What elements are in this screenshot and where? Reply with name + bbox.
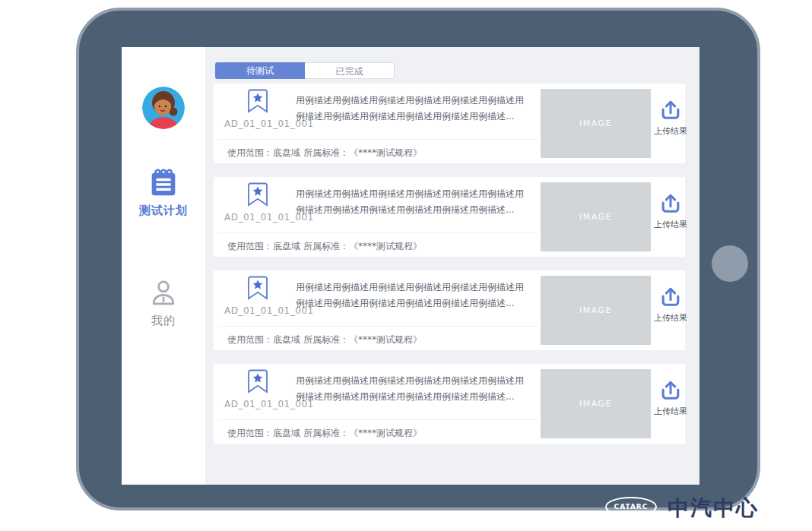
standard-text: 所属标准：《****测试规程》 [303,427,422,440]
bookmark-star-icon [247,182,268,207]
upload-icon [659,192,682,215]
test-case-card: AD_01_01_01_001 用例描述用例描述用例描述用例描述用例描述用例描述… [214,84,685,163]
app-screen: 测试计划 我的 待测试 已完成 [122,47,699,485]
upload-label: 上传结果 [654,219,687,230]
upload-label: 上传结果 [654,406,687,417]
sidebar-item-test-plan[interactable]: 测试计划 [139,166,188,218]
upload-result-button[interactable]: 上传结果 [653,286,688,324]
scope-text: 使用范围：底盘域 [227,427,300,440]
sidebar-item-label: 我的 [151,314,176,328]
case-description: 用例描述用例描述用例描述用例描述用例描述用例描述用例描述用例描述用例描述用例描述… [296,373,528,405]
test-case-card: AD_01_01_01_001 用例描述用例描述用例描述用例描述用例描述用例描述… [214,364,685,444]
test-case-list: AD_01_01_01_001 用例描述用例描述用例描述用例描述用例描述用例描述… [214,84,685,457]
scope-text: 使用范围：底盘域 [227,333,300,346]
upload-result-button[interactable]: 上传结果 [653,99,688,137]
upload-icon [659,379,682,402]
bookmark-star-icon [247,276,268,300]
test-case-card: AD_01_01_01_001 用例描述用例描述用例描述用例描述用例描述用例描述… [214,177,685,257]
case-description: 用例描述用例描述用例描述用例描述用例描述用例描述用例描述用例描述用例描述用例描述… [296,93,528,125]
image-placeholder-label: IMAGE [579,119,612,128]
upload-icon [659,99,682,122]
case-description: 用例描述用例描述用例描述用例描述用例描述用例描述用例描述用例描述用例描述用例描述… [296,186,528,218]
card-divider [218,419,538,420]
standard-text: 所属标准：《****测试规程》 [303,240,422,253]
standard-text: 所属标准：《****测试规程》 [303,147,422,160]
standard-text: 所属标准：《****测试规程》 [303,333,422,346]
upload-result-button[interactable]: 上传结果 [653,379,688,417]
scope-text: 使用范围：底盘域 [227,240,300,253]
image-placeholder-label: IMAGE [579,399,612,409]
bookmark-star-icon [247,89,268,113]
person-icon [147,277,180,311]
scope-text: 使用范围：底盘域 [227,147,300,160]
image-placeholder-label: IMAGE [579,305,612,315]
tab-bar: 待测试 已完成 [215,62,699,79]
bookmark-star-icon [247,369,268,394]
clipboard-icon [146,166,181,201]
sidebar: 测试计划 我的 [122,47,206,485]
result-image-placeholder[interactable]: IMAGE [541,276,651,345]
card-divider [218,139,538,140]
case-description: 用例描述用例描述用例描述用例描述用例描述用例描述用例描述用例描述用例描述用例描述… [296,280,528,311]
upload-icon [659,286,682,308]
avatar-illustration [142,87,185,129]
catarc-oval-logo: CATARC [605,497,657,517]
brand-logo: CATARC 中汽中心 [605,497,759,523]
tab-completed[interactable]: 已完成 [305,62,395,79]
upload-label: 上传结果 [654,125,687,137]
result-image-placeholder[interactable]: IMAGE [541,182,651,251]
image-placeholder-label: IMAGE [579,212,612,222]
card-divider [218,232,538,233]
sidebar-item-mine[interactable]: 我的 [147,277,180,328]
brand-name: 中汽中心 [668,494,759,523]
result-image-placeholder[interactable]: IMAGE [541,89,651,158]
result-image-placeholder[interactable]: IMAGE [541,369,651,438]
tab-pending-test[interactable]: 待测试 [215,62,305,79]
test-case-card: AD_01_01_01_001 用例描述用例描述用例描述用例描述用例描述用例描述… [214,270,685,350]
sidebar-item-label: 测试计划 [139,204,188,218]
card-divider [218,326,538,327]
main-content: 待测试 已完成 AD_01_01_01_001 用例描述用例描述用例描述用例描述… [206,47,699,485]
home-button[interactable] [712,245,748,282]
upload-label: 上传结果 [654,312,687,324]
user-avatar[interactable] [142,87,185,129]
tablet-frame: 测试计划 我的 待测试 已完成 [76,8,760,510]
upload-result-button[interactable]: 上传结果 [653,192,688,230]
